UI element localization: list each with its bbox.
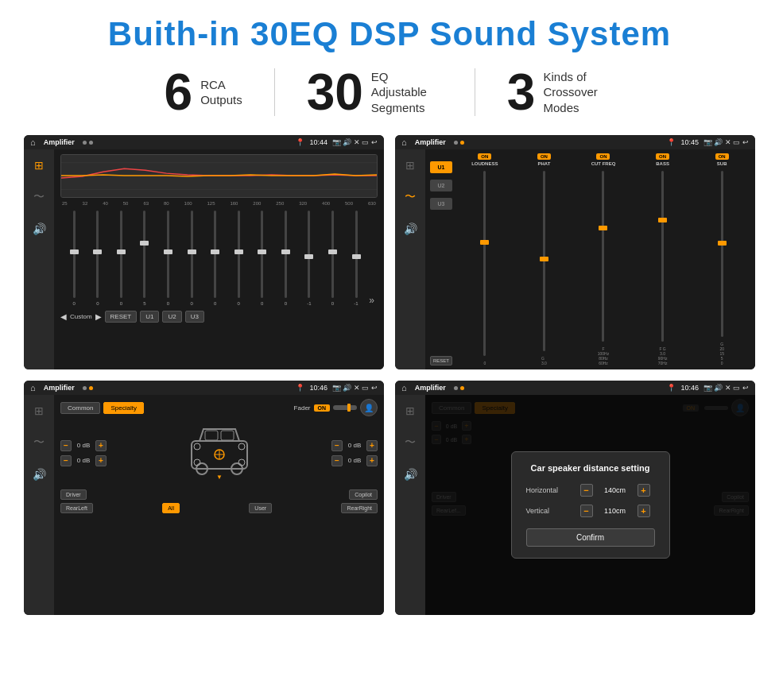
dot2 — [89, 141, 93, 145]
spec-plus-0[interactable]: + — [95, 440, 107, 451]
crossover-u2-btn[interactable]: U2 — [430, 180, 452, 191]
modal-box: Car speaker distance setting Horizontal … — [511, 451, 670, 559]
sidebar-eq-icon2[interactable]: ⊞ — [401, 156, 420, 175]
sidebar-eq-icon3[interactable]: ⊞ — [29, 401, 48, 420]
fader-slider[interactable] — [333, 405, 357, 410]
vertical-label: Vertical — [526, 507, 574, 515]
bass-thumb[interactable] — [658, 218, 667, 222]
user-btn[interactable]: User — [249, 503, 272, 513]
spec-tab-common[interactable]: Common — [60, 402, 100, 414]
eq-slider-11[interactable]: 0 — [322, 211, 343, 306]
home-icon-crossover[interactable]: ⌂ — [401, 137, 407, 147]
fader-thumb — [347, 404, 351, 412]
spec-plus-2[interactable]: + — [366, 440, 378, 451]
driver-btn[interactable]: Driver — [60, 489, 87, 500]
sidebar-wave-icon2[interactable]: 〜 — [401, 188, 420, 207]
spec-minus-2[interactable]: − — [331, 440, 343, 451]
eq-slider-8[interactable]: 0 — [252, 211, 273, 306]
horizontal-plus-btn[interactable]: + — [638, 484, 650, 497]
vertical-minus-btn[interactable]: − — [580, 505, 593, 517]
spec-level-row-2: − 0 dB + — [331, 440, 378, 451]
sidebar-speaker-icon2[interactable]: 🔊 — [401, 219, 420, 238]
spec-minus-1[interactable]: − — [60, 455, 72, 466]
crossover-reset-btn[interactable]: RESET — [430, 356, 452, 365]
phat-toggle[interactable]: ON — [537, 153, 551, 160]
phat-track — [543, 171, 545, 351]
sub-vals: G201550 — [719, 342, 724, 365]
eq-slider-4[interactable]: 0 — [157, 211, 179, 306]
rearleft-btn[interactable]: RearLeft — [60, 503, 93, 513]
specialty-main: Common Specialty Fader ON 👤 — [54, 395, 384, 615]
eq-main: 253240506380100125160200250320400500630 … — [54, 149, 384, 369]
home-icon-dialog[interactable]: ⌂ — [401, 383, 407, 393]
eq-slider-6[interactable]: 0 — [204, 211, 226, 306]
app-title-specialty: Amplifier — [44, 384, 75, 392]
eq-prev-btn[interactable]: ◀ — [60, 312, 67, 321]
spec-plus-3[interactable]: + — [366, 455, 378, 466]
eq-slider-9[interactable]: 0 — [275, 211, 296, 306]
crossover-u3-btn[interactable]: U3 — [430, 198, 452, 210]
eq-next-btn[interactable]: ▶ — [95, 312, 102, 321]
spec-minus-3[interactable]: − — [331, 455, 343, 466]
eq-u3-btn[interactable]: U3 — [185, 311, 204, 323]
sidebar-wave-icon[interactable]: 〜 — [29, 188, 48, 207]
eq-slider-12[interactable]: -1 — [346, 211, 367, 306]
horizontal-minus-btn[interactable]: − — [580, 484, 593, 497]
sidebar-eq-icon4[interactable]: ⊞ — [401, 401, 420, 420]
screen-content-dialog: ⊞ 〜 🔊 Common Specialty ON 👤 — [395, 395, 755, 615]
sidebar-speaker-icon3[interactable]: 🔊 — [29, 465, 48, 484]
eq-u1-btn[interactable]: U1 — [140, 311, 159, 323]
eq-u2-btn[interactable]: U2 — [162, 311, 181, 323]
app-title-crossover: Amplifier — [415, 138, 446, 146]
eq-slider-3[interactable]: 5 — [134, 211, 156, 306]
screens-grid: ⌂ Amplifier 📍 10:44 📷 🔊 ✕ ▭ ↩ ⊞ 〜 🔊 — [24, 135, 755, 615]
eq-more-icon[interactable]: » — [369, 295, 374, 306]
cutfreq-toggle[interactable]: ON — [596, 153, 610, 160]
spec-person-icon[interactable]: 👤 — [360, 399, 378, 416]
spec-minus-0[interactable]: − — [60, 440, 72, 451]
sidebar-speaker-icon[interactable]: 🔊 — [29, 219, 48, 238]
phat-thumb[interactable] — [540, 257, 548, 261]
vertical-plus-btn[interactable]: + — [638, 505, 650, 517]
modal-title: Car speaker distance setting — [526, 463, 655, 473]
fader-toggle[interactable]: ON — [314, 404, 331, 412]
rearright-btn[interactable]: RearRight — [341, 503, 378, 513]
stats-row: 6 RCAOutputs 30 EQ AdjustableSegments 3 … — [24, 67, 755, 118]
svg-text:▼: ▼ — [216, 474, 223, 481]
spec-plus-1[interactable]: + — [95, 455, 107, 466]
eq-slider-7[interactable]: 0 — [228, 211, 250, 306]
screen-eq: ⌂ Amplifier 📍 10:44 📷 🔊 ✕ ▭ ↩ ⊞ 〜 🔊 — [24, 135, 384, 369]
eq-slider-10[interactable]: -1 — [299, 211, 320, 306]
loudness-toggle[interactable]: ON — [478, 153, 491, 160]
status-bar-eq: ⌂ Amplifier 📍 10:44 📷 🔊 ✕ ▭ ↩ — [24, 135, 384, 149]
eq-slider-1[interactable]: 0 — [87, 211, 109, 306]
sidebar-eq-icon[interactable]: ⊞ — [29, 156, 48, 175]
eq-slider-0[interactable]: 0 — [64, 211, 85, 306]
stat-number-crossover: 3 — [507, 67, 536, 118]
cutfreq-thumb[interactable] — [599, 226, 607, 230]
status-icons-dialog: 📷 🔊 ✕ ▭ ↩ — [703, 384, 749, 392]
copilot-btn[interactable]: Copilot — [349, 489, 378, 500]
home-icon-specialty[interactable]: ⌂ — [30, 383, 36, 393]
sub-toggle[interactable]: ON — [715, 153, 729, 160]
eq-slider-5[interactable]: 0 — [181, 211, 203, 306]
eq-slider-2[interactable]: 0 — [110, 211, 132, 306]
eq-reset-btn[interactable]: RESET — [105, 311, 138, 323]
loudness-thumb[interactable] — [480, 240, 489, 245]
status-bar-specialty: ⌂ Amplifier 📍 10:46 📷 🔊 ✕ ▭ ↩ — [24, 381, 384, 395]
status-bar-crossover: ⌂ Amplifier 📍 10:45 📷 🔊 ✕ ▭ ↩ — [395, 135, 755, 149]
phat-vals: G3.0 — [541, 356, 547, 365]
sidebar-speaker-icon4[interactable]: 🔊 — [401, 465, 420, 484]
confirm-button[interactable]: Confirm — [526, 528, 655, 547]
sub-thumb[interactable] — [718, 241, 727, 246]
crossover-u-buttons: U1 U2 U3 RESET — [430, 153, 452, 365]
sidebar-wave-icon3[interactable]: 〜 — [29, 433, 48, 452]
all-btn[interactable]: All — [162, 503, 180, 513]
spec-tab-specialty[interactable]: Specialty — [103, 402, 143, 414]
bass-toggle[interactable]: ON — [656, 153, 669, 160]
crossover-u1-btn[interactable]: U1 — [430, 161, 452, 173]
home-icon-eq[interactable]: ⌂ — [30, 137, 36, 147]
bass-vals: F G3.090Hz70Hz — [658, 346, 668, 365]
spec-mid: − 0 dB + − 0 dB + — [60, 421, 378, 485]
sidebar-wave-icon4[interactable]: 〜 — [401, 433, 420, 452]
